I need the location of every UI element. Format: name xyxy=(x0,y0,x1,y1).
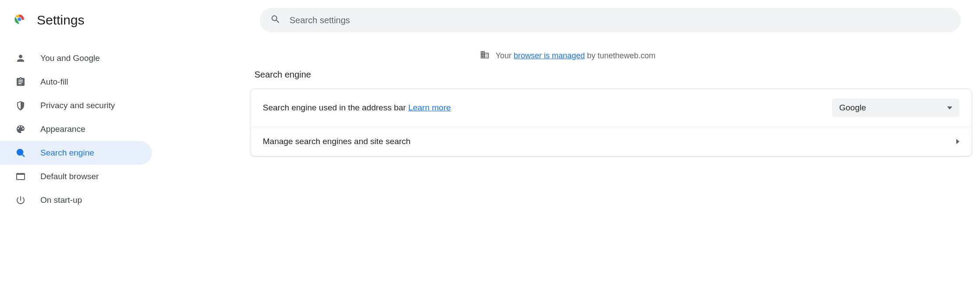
managed-prefix: Your xyxy=(496,51,514,60)
sidebar-item-on-startup[interactable]: On start-up xyxy=(0,188,152,212)
sidebar-item-label: Search engine xyxy=(40,148,94,158)
section-title: Search engine xyxy=(250,70,980,88)
search-engine-label: Search engine used in the address bar xyxy=(263,103,408,112)
person-icon xyxy=(15,53,26,64)
header: Settings xyxy=(0,0,980,40)
search-engine-card: Search engine used in the address bar Le… xyxy=(250,88,972,156)
search-icon xyxy=(270,14,281,26)
sidebar-item-default-browser[interactable]: Default browser xyxy=(0,165,152,188)
search-icon xyxy=(15,147,26,159)
settings-title: Settings xyxy=(37,13,84,28)
managed-notice: Your browser is managed by tunetheweb.co… xyxy=(155,46,980,70)
search-input[interactable] xyxy=(290,15,950,25)
sidebar-item-label: Privacy and security xyxy=(40,101,115,110)
managed-suffix: by tunetheweb.com xyxy=(585,51,655,60)
svg-line-4 xyxy=(22,154,24,156)
sidebar: You and Google Auto-fill Privacy and sec… xyxy=(0,40,155,212)
building-icon xyxy=(480,50,490,62)
managed-link[interactable]: browser is managed xyxy=(514,51,585,60)
sidebar-item-label: Default browser xyxy=(40,172,99,181)
sidebar-item-label: Auto-fill xyxy=(40,77,68,87)
sidebar-item-you-and-google[interactable]: You and Google xyxy=(0,46,152,70)
caret-right-icon xyxy=(956,139,959,144)
manage-search-engines-row[interactable]: Manage search engines and site search xyxy=(250,127,972,156)
manage-search-engines-label: Manage search engines and site search xyxy=(263,137,949,146)
search-engine-row: Search engine used in the address bar Le… xyxy=(250,89,972,127)
search-bar[interactable] xyxy=(260,8,961,32)
power-icon xyxy=(15,194,26,206)
search-engine-row-text: Search engine used in the address bar Le… xyxy=(263,103,825,113)
browser-icon xyxy=(15,171,26,182)
sidebar-item-label: On start-up xyxy=(40,195,82,205)
chrome-logo-icon xyxy=(12,12,26,28)
learn-more-link[interactable]: Learn more xyxy=(408,103,451,112)
sidebar-item-appearance[interactable]: Appearance xyxy=(0,117,152,141)
logo-row: Settings xyxy=(12,12,249,28)
search-engine-select[interactable]: Google xyxy=(832,99,959,117)
shield-icon xyxy=(15,100,26,111)
caret-down-icon xyxy=(947,106,952,110)
sidebar-item-label: You and Google xyxy=(40,53,100,63)
managed-text: Your browser is managed by tunetheweb.co… xyxy=(496,51,656,60)
sidebar-item-privacy[interactable]: Privacy and security xyxy=(0,94,152,117)
sidebar-item-label: Appearance xyxy=(40,124,85,134)
sidebar-item-search-engine[interactable]: Search engine xyxy=(0,141,152,165)
select-value: Google xyxy=(839,103,866,113)
clipboard-icon xyxy=(15,76,26,88)
sidebar-item-autofill[interactable]: Auto-fill xyxy=(0,70,152,94)
palette-icon xyxy=(15,124,26,135)
main-content: Your browser is managed by tunetheweb.co… xyxy=(155,40,980,212)
